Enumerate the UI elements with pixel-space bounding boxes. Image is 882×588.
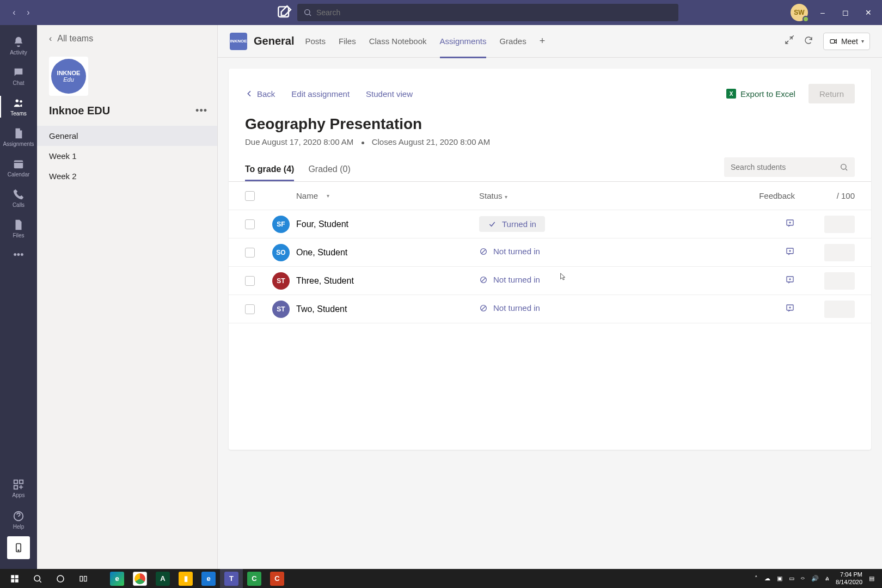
taskbar-explorer[interactable]: ▮ (174, 569, 197, 588)
row-checkbox[interactable] (245, 276, 255, 286)
task-view-icon[interactable] (72, 569, 95, 588)
status-pill[interactable]: Not turned in (479, 247, 540, 256)
taskbar-app-green[interactable]: A (151, 569, 174, 588)
tab-to-grade[interactable]: To grade (4) (245, 158, 294, 181)
volume-icon[interactable]: 🔊 (811, 575, 819, 582)
expand-icon[interactable] (784, 35, 794, 47)
notifications-icon[interactable]: ▤ (869, 575, 874, 582)
feedback-button[interactable] (785, 220, 795, 230)
rail-label: Help (13, 524, 24, 530)
team-more-icon[interactable]: ••• (195, 105, 207, 117)
row-checkbox[interactable] (245, 248, 255, 258)
rail-help[interactable]: Help (0, 505, 37, 535)
taskbar-edge2[interactable]: e (197, 569, 220, 588)
taskbar-edge[interactable]: e (106, 569, 128, 588)
table-row[interactable]: STTwo, StudentNot turned in (229, 295, 871, 323)
tray-app-icon[interactable]: ▣ (777, 575, 782, 582)
rail-calls[interactable]: Calls (0, 183, 37, 213)
rail-more[interactable]: ••• (0, 244, 37, 266)
svg-point-3 (20, 100, 22, 103)
feedback-button[interactable] (785, 277, 795, 286)
rail-label: Activity (10, 50, 27, 56)
channel-general[interactable]: General (37, 126, 217, 146)
search-students-box[interactable] (724, 157, 855, 177)
more-icon: ••• (14, 249, 24, 261)
export-excel-link[interactable]: X Export to Excel (726, 89, 795, 99)
status-pill[interactable]: Not turned in (479, 275, 540, 284)
tab-posts[interactable]: Posts (305, 25, 326, 58)
wifi-icon[interactable]: ⌔ (801, 575, 805, 582)
score-input[interactable] (824, 216, 855, 233)
search-students-input[interactable] (731, 163, 840, 171)
feedback-button[interactable] (785, 249, 795, 258)
rail-teams[interactable]: Teams (0, 91, 37, 122)
svg-rect-5 (14, 480, 17, 483)
system-tray[interactable]: ˄ ☁ ▣ ▭ ⌔ 🔊 ል 7:04 PM 8/14/2020 ▤ (755, 571, 879, 585)
language-icon[interactable]: ል (825, 575, 829, 582)
rail-activity[interactable]: Activity (0, 30, 37, 61)
tab-files[interactable]: Files (339, 25, 356, 58)
minimize-button[interactable]: – (814, 4, 831, 21)
score-input[interactable] (824, 272, 855, 290)
start-button[interactable] (3, 569, 26, 588)
taskbar-camtasia[interactable]: C (243, 569, 266, 588)
all-teams-link[interactable]: ‹ All teams (37, 25, 217, 52)
channel-week2[interactable]: Week 2 (37, 166, 217, 186)
refresh-icon[interactable] (804, 35, 813, 47)
maximize-button[interactable]: ◻ (837, 4, 854, 21)
tab-grades[interactable]: Grades (499, 25, 526, 58)
taskbar-snagit[interactable]: C (266, 569, 289, 588)
close-button[interactable]: ✕ (860, 4, 877, 21)
taskbar-chrome[interactable] (128, 569, 151, 588)
tray-chevron-icon[interactable]: ˄ (755, 575, 758, 582)
rail-files[interactable]: Files (0, 213, 37, 244)
team-avatar[interactable]: INKNOE Edu (49, 57, 88, 96)
row-checkbox[interactable] (245, 219, 255, 229)
student-avatar: SO (272, 244, 290, 261)
team-name[interactable]: Inknoe EDU (49, 105, 110, 117)
col-name-header[interactable]: Name (296, 191, 318, 200)
channel-week1[interactable]: Week 1 (37, 146, 217, 166)
nav-back-icon[interactable]: ‹ (10, 8, 19, 17)
tab-graded[interactable]: Graded (0) (308, 158, 350, 181)
add-tab-button[interactable]: + (540, 25, 546, 58)
clock[interactable]: 7:04 PM 8/14/2020 (836, 571, 862, 585)
feedback-button[interactable] (785, 305, 795, 315)
select-all-checkbox[interactable] (245, 191, 255, 201)
table-row[interactable]: SFFour, StudentTurned in (229, 210, 871, 238)
onedrive-icon[interactable]: ☁ (764, 575, 770, 582)
table-row[interactable]: STThree, StudentNot turned in (229, 267, 871, 295)
rail-assignments[interactable]: Assignments (0, 122, 37, 152)
status-pill[interactable]: Turned in (479, 216, 545, 232)
svg-point-12 (841, 164, 846, 169)
nav-forward-icon[interactable]: › (24, 8, 33, 17)
rail-apps[interactable]: Apps (0, 473, 37, 504)
col-status-header[interactable]: Status (479, 191, 503, 200)
download-app-button[interactable] (7, 536, 30, 559)
row-checkbox[interactable] (245, 304, 255, 314)
return-button[interactable]: Return (808, 84, 855, 103)
user-avatar[interactable]: SW (791, 4, 808, 21)
table-row[interactable]: SOOne, StudentNot turned in (229, 238, 871, 267)
status-pill[interactable]: Not turned in (479, 303, 540, 313)
score-input[interactable] (824, 301, 855, 318)
clock-date: 8/14/2020 (836, 579, 862, 586)
taskbar-teams[interactable]: T (220, 569, 243, 588)
compose-icon[interactable] (275, 4, 293, 21)
battery-icon[interactable]: ▭ (789, 575, 794, 582)
back-link[interactable]: Back (245, 89, 275, 99)
cortana-icon[interactable] (49, 569, 72, 588)
rail-chat[interactable]: Chat (0, 61, 37, 91)
assignment-title: Geography Presentation (229, 106, 871, 135)
tab-class-notebook[interactable]: Class Notebook (369, 25, 427, 58)
tab-assignments[interactable]: Assignments (440, 25, 487, 58)
rail-calendar[interactable]: Calendar (0, 152, 37, 183)
student-view-link[interactable]: Student view (366, 89, 413, 99)
search-input[interactable] (316, 8, 672, 17)
chat-icon (13, 66, 24, 78)
score-input[interactable] (824, 244, 855, 261)
meet-button[interactable]: Meet ▾ (823, 33, 870, 50)
taskbar-search-icon[interactable] (26, 569, 49, 588)
search-box[interactable] (297, 4, 678, 21)
edit-assignment-link[interactable]: Edit assignment (291, 89, 350, 99)
